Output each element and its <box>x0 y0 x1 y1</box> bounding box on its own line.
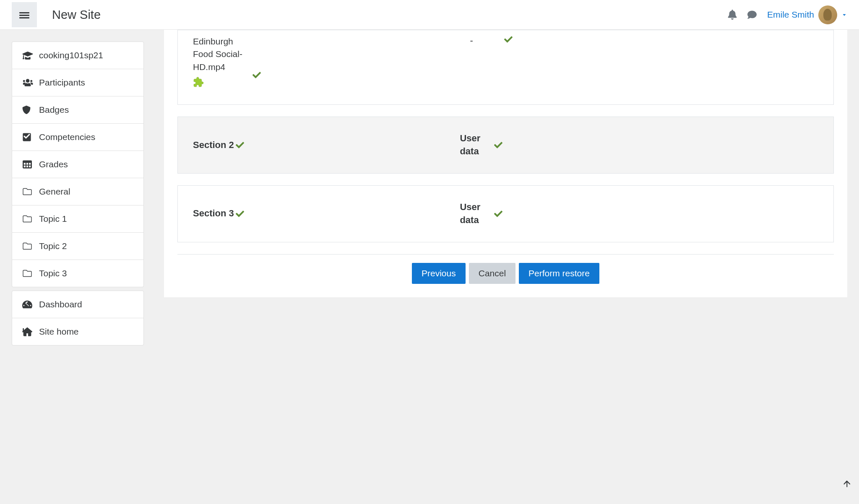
caret-down-icon <box>841 13 847 17</box>
userdata-label: User data <box>460 201 493 227</box>
notifications-icon[interactable] <box>728 10 737 20</box>
puzzle-icon <box>193 77 204 88</box>
restore-section-item: Edinburgh Food Social-HD.mp4 - <box>177 30 834 105</box>
graduation-cap-icon <box>22 51 33 60</box>
sidebar-block-site: DashboardSite home <box>12 291 144 346</box>
sidebar-item-label: cooking101sp21 <box>39 50 103 60</box>
previous-button[interactable]: Previous <box>412 263 466 284</box>
scroll-to-top-button[interactable] <box>836 470 858 496</box>
restore-section-box: Section 3User data <box>177 185 834 242</box>
sidebar-item-dashboard[interactable]: Dashboard <box>12 291 143 318</box>
check-icon <box>235 210 260 218</box>
sidebar-item-topic-1[interactable]: Topic 1 <box>12 205 143 233</box>
sidebar-item-site-home[interactable]: Site home <box>12 318 143 345</box>
top-navbar: New Site Emile Smith <box>0 0 859 30</box>
restore-section-box: Section 2User data <box>177 117 834 174</box>
check-icon <box>493 141 518 149</box>
hamburger-icon <box>19 11 29 18</box>
folder-icon <box>22 269 33 278</box>
sidebar-item-topic-3[interactable]: Topic 3 <box>12 260 143 287</box>
sidebar-item-badges[interactable]: Badges <box>12 96 143 124</box>
folder-icon <box>22 187 33 196</box>
perform-restore-button[interactable]: Perform restore <box>519 263 599 284</box>
check-icon <box>493 210 518 218</box>
shield-icon <box>22 105 33 115</box>
sidebar-item-participants[interactable]: Participants <box>12 69 143 96</box>
sidebar-item-general[interactable]: General <box>12 178 143 205</box>
sidebar-block-course: cooking101sp21ParticipantsBadgesCompeten… <box>12 42 144 287</box>
activity-title: Edinburgh Food Social-HD.mp4 <box>193 35 252 73</box>
site-title[interactable]: New Site <box>52 8 101 22</box>
divider <box>177 254 834 255</box>
action-buttons: Previous Cancel Perform restore <box>177 263 834 284</box>
main-region: Edinburgh Food Social-HD.mp4 - <box>156 30 859 504</box>
userinfo-dash: - <box>470 35 503 46</box>
sidebar-item-label: Grades <box>39 159 68 169</box>
sidebar-item-label: Participants <box>39 78 85 88</box>
sidebar-item-grades[interactable]: Grades <box>12 151 143 178</box>
section-label: Section 2 <box>193 139 235 152</box>
sidebar-item-label: Topic 2 <box>39 241 67 251</box>
check-icon <box>503 35 528 44</box>
sidebar-item-topic-2[interactable]: Topic 2 <box>12 233 143 260</box>
check-icon <box>252 71 277 79</box>
sidebar-item-cooking101sp21[interactable]: cooking101sp21 <box>12 42 143 69</box>
folder-icon <box>22 242 33 250</box>
cancel-button[interactable]: Cancel <box>469 263 515 284</box>
nav-drawer: cooking101sp21ParticipantsBadgesCompeten… <box>0 30 156 504</box>
tachometer-icon <box>22 300 33 309</box>
userdata-label: User data <box>460 132 493 158</box>
section-label: Section 3 <box>193 207 235 220</box>
sidebar-item-competencies[interactable]: Competencies <box>12 124 143 151</box>
avatar <box>818 5 837 24</box>
nav-drawer-toggle[interactable] <box>12 2 37 27</box>
sidebar-item-label: Competencies <box>39 132 95 142</box>
sidebar-item-label: Badges <box>39 105 69 115</box>
table-icon <box>22 160 33 169</box>
user-menu[interactable]: Emile Smith <box>767 5 847 24</box>
sidebar-item-label: Topic 3 <box>39 268 67 278</box>
user-name: Emile Smith <box>767 10 814 20</box>
sidebar-item-label: General <box>39 187 70 197</box>
users-icon <box>22 78 33 87</box>
sidebar-item-label: Topic 1 <box>39 214 67 224</box>
sidebar-item-label: Dashboard <box>39 299 82 309</box>
home-icon <box>22 327 33 336</box>
check-square-icon <box>22 132 33 142</box>
check-icon <box>235 141 260 149</box>
sidebar-item-label: Site home <box>39 327 79 337</box>
messages-icon[interactable] <box>747 10 757 19</box>
folder-icon <box>22 215 33 223</box>
arrow-up-icon <box>843 479 851 487</box>
